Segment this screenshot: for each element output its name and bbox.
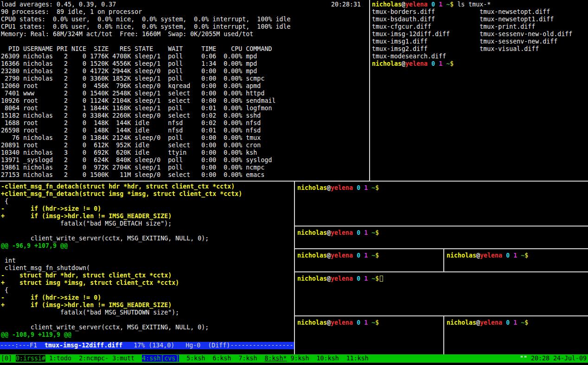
diff-line: - if (hdr->size != 0)	[1, 205, 294, 213]
status-window-list: [0] 0:irssi# 1:todo 2:ncmpc- 3:mutt 4:ss…	[1, 355, 369, 363]
pane-shell-e[interactable]: nicholas@yelena 0 1 ~$	[295, 272, 588, 315]
pane-shell-g[interactable]: nicholas@yelena 0 1 ~$	[444, 316, 588, 354]
modeline-dashes: -----------------	[230, 342, 293, 349]
status-window-item[interactable]: 4:ssh[cvs]	[142, 355, 179, 362]
process-table: PID USERNAME PRI NICE SIZE RES STATE WAI…	[1, 45, 369, 179]
diff-line: @@ -108,9 +119,9 @@	[1, 331, 294, 339]
status-window-item[interactable]: 7:ksh	[238, 355, 257, 362]
diff-line: @@ -96,9 +107,9 @@	[1, 242, 294, 250]
shell-prompt-line: nicholas@yelena 0 1 ~$	[447, 252, 588, 259]
diff-line: - if (hdr->size != 0)	[1, 294, 294, 302]
clock: 20:28:31	[331, 1, 361, 8]
terminal-cursor	[380, 276, 383, 282]
shell-prompt-line: nicholas@yelena 0 1 ~$	[372, 60, 588, 68]
pane-shell-c[interactable]: nicholas@yelena 0 1 ~$	[295, 249, 443, 271]
shell-prompt: nicholas@yelena 0 1 ~$	[372, 1, 454, 8]
diff-line	[1, 316, 294, 324]
pane-border-vertical-cd	[443, 249, 444, 271]
pane-border-b	[295, 248, 588, 249]
emacs-modeline: ----:---F1 tmux-imsg-12diff.diff 17% (13…	[0, 342, 294, 349]
pane-border-vertical-fg	[443, 316, 444, 354]
file-name-row: tmux-imsg-12diff.diff tmux-sessenv-new-o…	[372, 31, 588, 38]
diff-line: + struct imsg *imsg, struct client_ctx *…	[1, 279, 294, 287]
status-session-name: [0]	[1, 355, 16, 362]
top-summary-lines: 90 processes: 89 idle, 1 on processor CP…	[1, 8, 369, 38]
diff-line: client_write_server(cctx, MSG_EXITING, N…	[1, 235, 294, 242]
pane-shell-a[interactable]: nicholas@yelena 0 1 ~$	[295, 182, 588, 226]
modeline-filename: tmux-imsg-12diff.diff	[45, 342, 122, 349]
pane-border-vertical-bottom	[294, 182, 295, 354]
shell-prompt-line: nicholas@yelena 0 1 ~$	[297, 229, 588, 237]
file-name-row: tmux-modesearch.diff	[372, 53, 588, 60]
status-window-item[interactable]: 5:ksh	[186, 355, 205, 362]
shell-prompt-line: nicholas@yelena 0 1 ~$	[297, 275, 588, 283]
diff-line: +client_msg_fn_detach(struct imsg *imsg,…	[1, 190, 294, 198]
command-text: ls tmux-*	[454, 1, 491, 8]
status-right: "" 20:28 24-Jul-09	[520, 355, 587, 363]
status-window-item[interactable]: 10:ksh	[317, 355, 339, 362]
status-window-item[interactable]: 1:todo	[49, 355, 71, 362]
diff-line: + if (imsg->hdr.len != IMSG_HEADER_SIZE)	[1, 213, 294, 220]
diff-line	[1, 227, 294, 235]
shell-prompt-line: nicholas@yelena 0 1 ~$	[447, 319, 588, 327]
pane-top-command[interactable]: load averages: 0.45, 0.39, 0.37 20:28:31…	[0, 0, 369, 181]
pane-emacs-diff[interactable]: -client_msg_fn_detach(struct hdr *hdr, s…	[0, 182, 294, 354]
shell-prompt: nicholas@yelena 0 1 ~$	[297, 252, 379, 259]
ls-output: nicholas@yelena 0 1 ~$ ls tmux-*tmux-bor…	[372, 1, 588, 68]
pane-border-a	[295, 226, 588, 227]
pane-shell-d[interactable]: nicholas@yelena 0 1 ~$	[444, 249, 588, 271]
status-window-item[interactable]: 11:ksh	[346, 355, 369, 362]
shell-prompt-line: nicholas@yelena 0 1 ~$	[297, 319, 443, 327]
diff-line: fatalx("bad MSG_SHUTDOWN size");	[1, 309, 294, 316]
diff-line	[1, 250, 294, 257]
diff-line: fatalx("bad MSG_DETACH size");	[1, 220, 294, 227]
status-bar: [0] 0:irssi# 1:todo 2:ncmpc- 3:mutt 4:ss…	[0, 354, 588, 363]
emacs-minibuffer	[0, 349, 294, 354]
tmux-session-screen: load averages: 0.45, 0.39, 0.37 20:28:31…	[0, 0, 588, 365]
shell-prompt: nicholas@yelena 0 1 ~$	[297, 319, 379, 326]
modeline-prefix: ----:---F1	[0, 342, 45, 349]
status-window-item[interactable]: 9:ksh	[291, 355, 309, 362]
shell-prompt: nicholas@yelena 0 1 ~$	[447, 319, 528, 326]
shell-prompt-line: nicholas@yelena 0 1 ~$	[297, 252, 443, 259]
diff-buffer: -client_msg_fn_detach(struct hdr *hdr, s…	[1, 183, 294, 339]
pane-border-e	[295, 315, 588, 316]
pane-border-cd	[295, 271, 588, 272]
status-window-item[interactable]: 2:ncmpc-	[79, 355, 109, 362]
file-name-row: tmux-bsdauth.diff tmux-newsetopt1.diff	[372, 16, 588, 23]
diff-line: client_write_server(cctx, MSG_EXITING, N…	[1, 324, 294, 331]
diff-line: client_msg_fn_shutdown(	[1, 264, 294, 272]
diff-line: - struct hdr *hdr, struct client_ctx *cc…	[1, 272, 294, 279]
shell-prompt: nicholas@yelena 0 1 ~$	[297, 184, 379, 191]
status-right-text: 20:28 24-Jul-09	[531, 355, 587, 362]
shell-prompt: nicholas@yelena 0 1 ~$	[297, 229, 379, 236]
status-window-item[interactable]: 8:ksh*	[265, 355, 287, 362]
diff-line: int	[1, 257, 294, 264]
diff-line: {	[1, 198, 294, 205]
status-right-text: ""	[520, 355, 531, 362]
shell-command-line: nicholas@yelena 0 1 ~$ ls tmux-*	[372, 1, 588, 8]
load-averages-line: load averages: 0.45, 0.39, 0.37	[1, 1, 116, 8]
shell-prompt-line: nicholas@yelena 0 1 ~$	[297, 184, 588, 192]
shell-prompt: nicholas@yelena 0 1 ~$	[297, 275, 379, 282]
file-name-row: tmux-borders.diff tmux-newsetopt.diff	[372, 8, 588, 16]
file-name-row: tmux-imsg2.diff tmux-visual.diff	[372, 45, 588, 53]
diff-line: -client_msg_fn_detach(struct hdr *hdr, s…	[1, 183, 294, 190]
shell-prompt: nicholas@yelena 0 1 ~$	[372, 60, 454, 67]
pane-border-vertical-top	[369, 0, 370, 181]
file-name-row: tmux-imsg1.diff tmux-sessenv-new.diff	[372, 38, 588, 45]
diff-line: {	[1, 287, 294, 294]
pane-shell-b[interactable]: nicholas@yelena 0 1 ~$	[295, 227, 588, 248]
status-window-item[interactable]: 6:ksh	[212, 355, 231, 362]
shell-prompt: nicholas@yelena 0 1 ~$	[447, 252, 528, 259]
pane-shell-ls[interactable]: nicholas@yelena 0 1 ~$ ls tmux-*tmux-bor…	[371, 0, 588, 181]
modeline-info: 17% (134,0) Hg-0 (Diff)	[122, 342, 230, 349]
file-name-row: tmux-cfgcur.diff tmux-print.diff	[372, 23, 588, 31]
diff-line: + if (imsg->hdr.len != IMSG_HEADER_SIZE)	[1, 302, 294, 309]
status-window-item[interactable]: 3:mutt	[112, 355, 134, 362]
status-window-item[interactable]: 0:irssi#	[16, 355, 45, 362]
pane-shell-f[interactable]: nicholas@yelena 0 1 ~$	[295, 316, 443, 354]
